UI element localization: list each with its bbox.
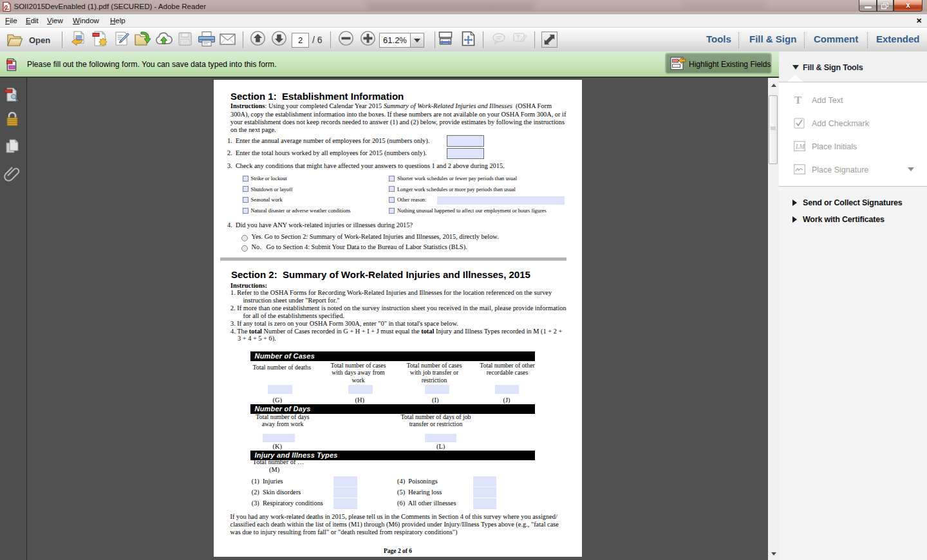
svg-text:LM: LM <box>795 143 805 150</box>
